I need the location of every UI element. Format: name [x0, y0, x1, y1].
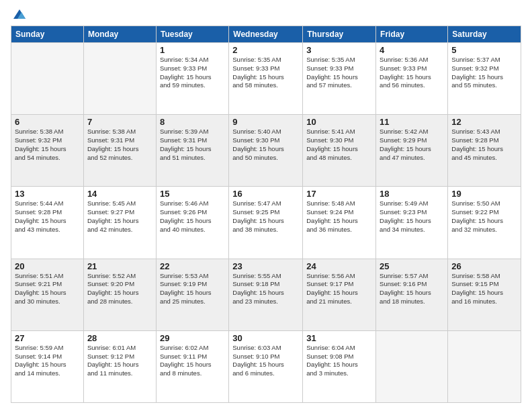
- day-number: 21: [87, 261, 152, 271]
- day-number: 7: [87, 117, 152, 127]
- day-number: 15: [160, 189, 225, 199]
- day-number: 2: [232, 45, 299, 55]
- day-number: 14: [87, 189, 152, 199]
- day-cell: 6Sunrise: 5:38 AM Sunset: 9:32 PM Daylig…: [11, 115, 84, 187]
- day-info: Sunrise: 5:39 AM Sunset: 9:31 PM Dayligh…: [160, 128, 225, 162]
- day-number: 25: [380, 261, 444, 271]
- day-cell: 12Sunrise: 5:43 AM Sunset: 9:28 PM Dayli…: [448, 115, 521, 187]
- day-info: Sunrise: 5:36 AM Sunset: 9:33 PM Dayligh…: [380, 56, 444, 90]
- day-cell: 5Sunrise: 5:37 AM Sunset: 9:32 PM Daylig…: [448, 43, 521, 115]
- day-cell: 7Sunrise: 5:38 AM Sunset: 9:31 PM Daylig…: [83, 115, 156, 187]
- day-info: Sunrise: 5:45 AM Sunset: 9:27 PM Dayligh…: [87, 199, 152, 234]
- day-info: Sunrise: 5:35 AM Sunset: 9:33 PM Dayligh…: [232, 56, 299, 90]
- day-info: Sunrise: 5:38 AM Sunset: 9:32 PM Dayligh…: [15, 128, 80, 162]
- day-cell: 2Sunrise: 5:35 AM Sunset: 9:33 PM Daylig…: [229, 43, 303, 115]
- day-info: Sunrise: 5:43 AM Sunset: 9:28 PM Dayligh…: [451, 128, 517, 162]
- day-info: Sunrise: 5:48 AM Sunset: 9:24 PM Dayligh…: [306, 199, 372, 234]
- header-cell-friday: Friday: [376, 26, 448, 43]
- page: SundayMondayTuesdayWednesdayThursdayFrid…: [0, 0, 532, 411]
- day-cell: 19Sunrise: 5:50 AM Sunset: 9:22 PM Dayli…: [448, 187, 521, 259]
- day-cell: 8Sunrise: 5:39 AM Sunset: 9:31 PM Daylig…: [156, 115, 228, 187]
- day-cell: 17Sunrise: 5:48 AM Sunset: 9:24 PM Dayli…: [303, 187, 376, 259]
- day-number: 1: [160, 45, 225, 55]
- logo: [11, 8, 27, 20]
- day-cell: [448, 330, 521, 402]
- day-info: Sunrise: 5:53 AM Sunset: 9:19 PM Dayligh…: [160, 272, 225, 306]
- day-cell: [11, 43, 84, 115]
- day-number: 6: [15, 117, 80, 127]
- day-info: Sunrise: 5:52 AM Sunset: 9:20 PM Dayligh…: [87, 272, 152, 306]
- week-row-5: 27Sunrise: 5:59 AM Sunset: 9:14 PM Dayli…: [11, 330, 521, 402]
- day-cell: 3Sunrise: 5:35 AM Sunset: 9:33 PM Daylig…: [303, 43, 376, 115]
- day-number: 9: [232, 117, 299, 127]
- header-cell-thursday: Thursday: [303, 26, 376, 43]
- day-cell: 24Sunrise: 5:56 AM Sunset: 9:17 PM Dayli…: [303, 259, 376, 330]
- day-number: 10: [306, 117, 372, 127]
- day-info: Sunrise: 5:46 AM Sunset: 9:26 PM Dayligh…: [160, 199, 225, 234]
- day-info: Sunrise: 5:35 AM Sunset: 9:33 PM Dayligh…: [306, 56, 372, 90]
- header-cell-tuesday: Tuesday: [156, 26, 228, 43]
- day-cell: 14Sunrise: 5:45 AM Sunset: 9:27 PM Dayli…: [83, 187, 156, 259]
- day-cell: [83, 43, 156, 115]
- day-number: 12: [451, 117, 517, 127]
- day-number: 4: [380, 45, 444, 55]
- day-info: Sunrise: 5:55 AM Sunset: 9:18 PM Dayligh…: [232, 272, 299, 306]
- day-number: 18: [380, 189, 444, 199]
- day-number: 13: [15, 189, 80, 199]
- day-info: Sunrise: 5:57 AM Sunset: 9:16 PM Dayligh…: [380, 272, 444, 306]
- day-info: Sunrise: 5:34 AM Sunset: 9:33 PM Dayligh…: [160, 56, 225, 90]
- day-cell: 31Sunrise: 6:04 AM Sunset: 9:08 PM Dayli…: [303, 330, 376, 402]
- day-number: 23: [232, 261, 299, 271]
- day-number: 30: [232, 333, 299, 343]
- day-cell: 29Sunrise: 6:02 AM Sunset: 9:11 PM Dayli…: [156, 330, 228, 402]
- day-cell: 22Sunrise: 5:53 AM Sunset: 9:19 PM Dayli…: [156, 259, 228, 330]
- day-info: Sunrise: 5:44 AM Sunset: 9:28 PM Dayligh…: [15, 199, 80, 234]
- day-info: Sunrise: 6:01 AM Sunset: 9:12 PM Dayligh…: [87, 344, 152, 378]
- day-number: 17: [306, 189, 372, 199]
- day-number: 20: [15, 261, 80, 271]
- day-number: 8: [160, 117, 225, 127]
- day-info: Sunrise: 6:02 AM Sunset: 9:11 PM Dayligh…: [160, 344, 225, 378]
- day-number: 26: [451, 261, 517, 271]
- header-row: SundayMondayTuesdayWednesdayThursdayFrid…: [11, 26, 521, 43]
- header-cell-sunday: Sunday: [11, 26, 84, 43]
- day-cell: 26Sunrise: 5:58 AM Sunset: 9:15 PM Dayli…: [448, 259, 521, 330]
- day-info: Sunrise: 5:42 AM Sunset: 9:29 PM Dayligh…: [380, 128, 444, 162]
- day-number: 19: [451, 189, 517, 199]
- day-info: Sunrise: 5:59 AM Sunset: 9:14 PM Dayligh…: [15, 344, 80, 378]
- day-number: 3: [306, 45, 372, 55]
- day-cell: 11Sunrise: 5:42 AM Sunset: 9:29 PM Dayli…: [376, 115, 448, 187]
- day-info: Sunrise: 5:38 AM Sunset: 9:31 PM Dayligh…: [87, 128, 152, 162]
- day-cell: 9Sunrise: 5:40 AM Sunset: 9:30 PM Daylig…: [229, 115, 303, 187]
- day-cell: [376, 330, 448, 402]
- header-cell-saturday: Saturday: [448, 26, 521, 43]
- day-number: 29: [160, 333, 225, 343]
- day-cell: 16Sunrise: 5:47 AM Sunset: 9:25 PM Dayli…: [229, 187, 303, 259]
- day-info: Sunrise: 5:47 AM Sunset: 9:25 PM Dayligh…: [232, 199, 299, 234]
- day-cell: 25Sunrise: 5:57 AM Sunset: 9:16 PM Dayli…: [376, 259, 448, 330]
- day-number: 16: [232, 189, 299, 199]
- day-cell: 27Sunrise: 5:59 AM Sunset: 9:14 PM Dayli…: [11, 330, 84, 402]
- header-cell-wednesday: Wednesday: [229, 26, 303, 43]
- day-number: 5: [451, 45, 517, 55]
- day-number: 24: [306, 261, 372, 271]
- day-cell: 18Sunrise: 5:49 AM Sunset: 9:23 PM Dayli…: [376, 187, 448, 259]
- day-number: 31: [306, 333, 372, 343]
- day-info: Sunrise: 6:03 AM Sunset: 9:10 PM Dayligh…: [232, 344, 299, 378]
- day-number: 22: [160, 261, 225, 271]
- day-info: Sunrise: 5:41 AM Sunset: 9:30 PM Dayligh…: [306, 128, 372, 162]
- header-cell-monday: Monday: [83, 26, 156, 43]
- day-info: Sunrise: 5:56 AM Sunset: 9:17 PM Dayligh…: [306, 272, 372, 306]
- day-number: 11: [380, 117, 444, 127]
- day-info: Sunrise: 5:58 AM Sunset: 9:15 PM Dayligh…: [451, 272, 517, 306]
- day-number: 28: [87, 333, 152, 343]
- day-number: 27: [15, 333, 80, 343]
- day-info: Sunrise: 5:49 AM Sunset: 9:23 PM Dayligh…: [380, 199, 444, 234]
- calendar-table: SundayMondayTuesdayWednesdayThursdayFrid…: [11, 26, 521, 403]
- day-cell: 20Sunrise: 5:51 AM Sunset: 9:21 PM Dayli…: [11, 259, 84, 330]
- week-row-4: 20Sunrise: 5:51 AM Sunset: 9:21 PM Dayli…: [11, 259, 521, 330]
- day-cell: 21Sunrise: 5:52 AM Sunset: 9:20 PM Dayli…: [83, 259, 156, 330]
- day-cell: 30Sunrise: 6:03 AM Sunset: 9:10 PM Dayli…: [229, 330, 303, 402]
- day-info: Sunrise: 5:51 AM Sunset: 9:21 PM Dayligh…: [15, 272, 80, 306]
- day-cell: 28Sunrise: 6:01 AM Sunset: 9:12 PM Dayli…: [83, 330, 156, 402]
